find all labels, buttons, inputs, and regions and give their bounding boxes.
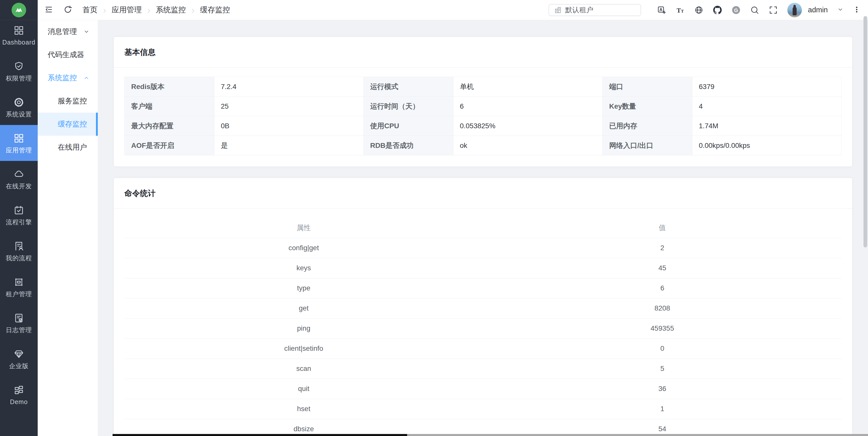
command-name: hset <box>124 399 483 419</box>
svg-text:T: T <box>677 6 681 14</box>
fullscreen-button[interactable] <box>769 5 778 14</box>
font-size-button[interactable]: TT <box>676 5 685 14</box>
menu-item-cache-monitor[interactable]: 缓存监控 <box>38 113 98 136</box>
avatar[interactable] <box>787 3 802 17</box>
basic-info-card-body: Redis版本7.2.4运行模式单机端口6379客户端25运行时间（天）6Key… <box>114 68 852 167</box>
command-name: dbsize <box>124 419 483 436</box>
info-row: 客户端25运行时间（天）6Key数量4 <box>125 96 842 116</box>
menu-item-label: 在线用户 <box>58 142 87 152</box>
command-name: config|get <box>124 238 483 258</box>
primary-sidebar-nav: Dashboard权限管理系统设置应用管理在线开发流程引擎我的流程租户管理日志管… <box>0 17 38 413</box>
sidebar-item-label: 日志管理 <box>6 327 32 333</box>
command-value: 1 <box>483 399 842 419</box>
menu-item-code-generator[interactable]: 代码生成器 <box>38 43 98 66</box>
breadcrumb-item-app-management[interactable]: 应用管理 <box>112 5 142 15</box>
command-stats-card-body: 属性 值 config|get2keys45type6get8208ping45… <box>114 209 852 436</box>
sidebar-item-permission-management[interactable]: 权限管理 <box>0 53 38 89</box>
breadcrumb-item-home[interactable]: 首页 <box>83 5 97 15</box>
info-row: AOF是否开启是RDB是否成功ok网络入口/出口0.00kps/0.00kps <box>125 136 842 155</box>
command-row: scan5 <box>124 358 842 379</box>
sidebar-item-my-workflows[interactable]: 我的流程 <box>0 233 38 269</box>
command-name: quit <box>124 379 483 399</box>
menu-item-system-monitor[interactable]: 系统监控 <box>38 66 98 89</box>
basic-info-title: 基本信息 <box>124 47 156 58</box>
settings-kebab-button[interactable] <box>853 6 861 14</box>
info-label: Redis版本 <box>125 77 214 96</box>
info-value: 是 <box>214 136 363 155</box>
chevron-down-icon <box>837 6 843 13</box>
cloud-icon <box>13 169 24 180</box>
command-name: scan <box>124 358 483 379</box>
menu-item-online-users[interactable]: 在线用户 <box>38 136 98 159</box>
command-row: dbsize54 <box>124 419 842 436</box>
command-value: 2 <box>483 238 842 258</box>
sidebar-item-tenant-management[interactable]: 租户管理 <box>0 269 38 305</box>
command-name: ping <box>124 318 483 339</box>
app-window: Dashboard权限管理系统设置应用管理在线开发流程引擎我的流程租户管理日志管… <box>0 0 868 436</box>
collapse-sidebar-button[interactable] <box>44 5 53 15</box>
topbar: 首页应用管理系统监控缓存监控 默认租户 ATTG admin <box>38 0 868 20</box>
sidebar-item-label: 在线开发 <box>6 183 32 189</box>
translate-button[interactable]: A <box>657 5 666 14</box>
user-menu-toggle[interactable] <box>837 6 843 13</box>
sidebar-item-dashboard[interactable]: Dashboard <box>0 17 38 53</box>
sidebar-item-enterprise-edition[interactable]: 企业版 <box>0 341 38 377</box>
column-header-property: 属性 <box>124 218 483 238</box>
basic-info-card: 基本信息 Redis版本7.2.4运行模式单机端口6379客户端25运行时间（天… <box>114 37 852 167</box>
sidebar-item-workflow-engine[interactable]: 流程引擎 <box>0 197 38 233</box>
topbar-left: 首页应用管理系统监控缓存监控 <box>44 5 230 15</box>
gitee-button[interactable]: G <box>732 5 741 14</box>
github-button[interactable] <box>713 5 722 14</box>
command-name: client|setinfo <box>124 339 483 358</box>
locale-button[interactable] <box>694 5 703 14</box>
command-row: quit36 <box>124 379 842 399</box>
menu-item-label: 服务监控 <box>58 96 87 106</box>
sidebar-item-system-settings[interactable]: 系统设置 <box>0 89 38 125</box>
command-row: keys45 <box>124 258 842 278</box>
menu-item-message-management[interactable]: 消息管理 <box>38 20 98 43</box>
info-label: RDB是否成功 <box>363 136 453 155</box>
command-stats-title: 命令统计 <box>124 188 156 199</box>
vertical-scrollbar-thumb[interactable] <box>864 16 867 248</box>
refresh-button[interactable] <box>63 5 72 15</box>
info-label: 端口 <box>602 77 692 96</box>
command-stats-table: 属性 值 config|get2keys45type6get8208ping45… <box>124 218 842 436</box>
globe-icon <box>694 5 703 14</box>
info-value: 6 <box>453 96 602 116</box>
menu-item-label: 缓存监控 <box>58 119 87 129</box>
user-name[interactable]: admin <box>808 6 828 14</box>
info-row: 最大内存配置0B使用CPU0.053825%已用内存1.74M <box>125 116 842 136</box>
search-button[interactable] <box>750 5 759 14</box>
sidebar-item-label: 我的流程 <box>6 255 32 261</box>
tenant-select[interactable]: 默认租户 <box>549 4 641 16</box>
sidebar-item-online-dev[interactable]: 在线开发 <box>0 161 38 197</box>
breadcrumb-item-cache-monitor[interactable]: 缓存监控 <box>200 5 230 15</box>
breadcrumb-item-system-monitor[interactable]: 系统监控 <box>156 5 186 15</box>
info-value: ok <box>453 136 602 155</box>
main-content: 基本信息 Redis版本7.2.4运行模式单机端口6379客户端25运行时间（天… <box>98 20 868 436</box>
menu-item-service-monitor[interactable]: 服务监控 <box>38 89 98 113</box>
info-value: 25 <box>214 96 363 116</box>
command-row: type6 <box>124 278 842 298</box>
info-label: Key数量 <box>602 96 692 116</box>
info-label: 使用CPU <box>363 116 453 136</box>
menu-item-label: 代码生成器 <box>48 50 84 60</box>
breadcrumb-separator-icon <box>146 7 152 13</box>
sidebar-item-app-management[interactable]: 应用管理 <box>0 125 38 161</box>
command-row: hset1 <box>124 399 842 419</box>
primary-sidebar: Dashboard权限管理系统设置应用管理在线开发流程引擎我的流程租户管理日志管… <box>0 0 38 436</box>
document-user-icon <box>13 241 24 252</box>
calendar-check-icon <box>13 205 24 216</box>
info-label: AOF是否开启 <box>125 136 214 155</box>
breadcrumb: 首页应用管理系统监控缓存监控 <box>83 5 230 15</box>
grid-alt-icon <box>13 384 24 396</box>
info-value: 0B <box>214 116 363 136</box>
info-label: 最大内存配置 <box>125 116 214 136</box>
chevron-down-icon <box>84 29 90 35</box>
sidebar-item-label: 企业版 <box>9 363 29 369</box>
menu-item-label: 系统监控 <box>48 73 77 83</box>
sidebar-item-log-management[interactable]: 日志管理 <box>0 305 38 341</box>
command-name: type <box>124 278 483 298</box>
chevron-up-icon <box>84 75 90 81</box>
sidebar-item-demo[interactable]: Demo <box>0 377 38 413</box>
